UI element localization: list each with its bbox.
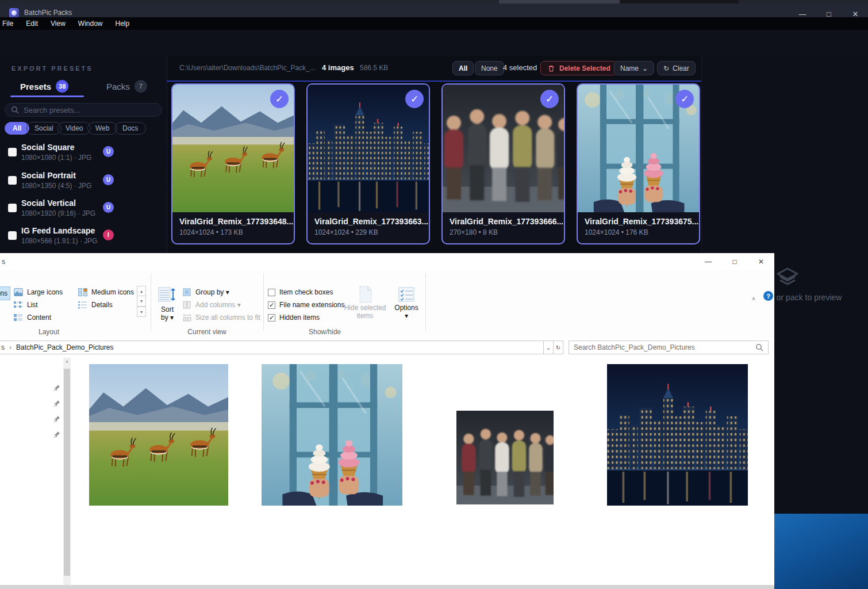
search-icon — [11, 106, 19, 114]
scrollbar-thumb[interactable] — [64, 369, 70, 576]
explorer-help-button[interactable]: ? — [763, 291, 773, 301]
selected-check-icon[interactable]: ✓ — [270, 90, 289, 108]
file-thumbnail-people[interactable] — [456, 411, 554, 504]
filter-docs[interactable]: Docs — [114, 122, 146, 135]
sort-by-button[interactable]: Sort by ▾ — [158, 285, 177, 322]
presets-count-badge: 38 — [56, 80, 68, 93]
hide-selected-items-button[interactable]: Hide selected items — [344, 285, 386, 320]
explorer-close-button[interactable]: ✕ — [748, 253, 774, 270]
filter-video[interactable]: Video — [57, 122, 91, 135]
preset-checkbox[interactable] — [8, 231, 17, 240]
menu-view[interactable]: View — [51, 20, 66, 28]
file-thumbnail-gazelles[interactable] — [89, 364, 228, 506]
options-button[interactable]: Options ▾ — [392, 285, 421, 320]
size-all-columns-button[interactable]: Size all columns to fit — [183, 313, 260, 322]
hidden-items-checkbox[interactable]: ✓ Hidden items — [268, 313, 320, 322]
explorer-minimize-button[interactable]: — — [695, 253, 721, 270]
selected-check-icon[interactable]: ✓ — [405, 90, 424, 108]
sort-by-icon — [158, 285, 176, 304]
active-tab-underline — [10, 95, 84, 97]
preset-row-social-square[interactable]: Social Square 1080×1080 (1:1) · JPG U — [0, 141, 167, 169]
explorer-scrollbar[interactable]: ＾ — [63, 358, 71, 585]
add-columns-icon — [183, 301, 191, 309]
group-label-showhide: Show/hide — [287, 328, 362, 336]
ribbon-collapse-icon[interactable]: ＾ — [750, 295, 757, 305]
view-list[interactable]: List — [14, 301, 38, 309]
menu-file[interactable]: File — [2, 20, 13, 28]
trash-icon — [547, 64, 555, 72]
search-presets-input[interactable]: Search presets... — [5, 103, 162, 117]
selected-check-icon[interactable]: ✓ — [675, 90, 694, 108]
sidebar-header: EXPORT PRESETS — [11, 65, 93, 72]
preview-hint: t or pack to preview — [772, 293, 842, 302]
preset-badge: I — [103, 230, 114, 240]
medium-icons-icon — [78, 288, 87, 296]
pin-icon[interactable] — [53, 400, 61, 408]
desktop-wallpaper — [774, 514, 868, 589]
gallery-scroll-arrows[interactable]: ▴ ▾ ▾ — [137, 286, 146, 317]
scrollbar-up-icon[interactable]: ＾ — [63, 358, 71, 368]
delete-selected-button[interactable]: Delete Selected — [540, 61, 617, 75]
image-card-1[interactable]: ✓ ViralGrid_Remix_177393648... 1024×1024… — [171, 83, 295, 244]
total-size: 586.5 KB — [360, 64, 388, 72]
file-thumbnail-icecream[interactable] — [262, 364, 402, 506]
checkbox-unchecked — [268, 289, 275, 296]
filter-social[interactable]: Social — [26, 122, 62, 135]
layers-icon — [777, 267, 798, 286]
view-details[interactable]: Details — [78, 301, 113, 309]
address-bar[interactable]: s › BatchPic_Pack_Demo_Pictures — [0, 341, 544, 354]
address-dropdown-button[interactable]: ⌄ — [544, 341, 554, 354]
selected-check-icon[interactable]: ✓ — [540, 90, 559, 108]
size-columns-icon — [183, 313, 191, 322]
refresh-icon: ↻ — [663, 64, 669, 72]
menu-window[interactable]: Window — [78, 20, 103, 28]
group-by-button[interactable]: Group by ▾ — [183, 288, 229, 296]
filter-web[interactable]: Web — [87, 122, 117, 135]
item-check-boxes-checkbox[interactable]: Item check boxes — [268, 288, 333, 296]
app-titlebar: BatchPic Packs — □ ✕ — [0, 3, 868, 17]
menu-edit[interactable]: Edit — [26, 20, 38, 28]
layout-gallery-selected-cut[interactable]: ons — [0, 286, 10, 300]
explorer-content: ViralGrid_Remix_1773936480707.jpg ViralG… — [0, 357, 774, 585]
image-card-4[interactable]: ✓ ViralGrid_Remix_177393675... 1024×1024… — [577, 83, 700, 244]
image-card-3[interactable]: ✓ ViralGrid_Remix_177393666... 270×180 •… — [441, 83, 565, 244]
explorer-ribbon: ons Large icons List Content Medium icon… — [0, 270, 774, 339]
explorer-search-input[interactable]: Search BatchPic_Pack_Demo_Pictures — [569, 341, 769, 354]
pin-icon[interactable] — [53, 384, 61, 392]
tab-presets[interactable]: Presets 38 — [20, 80, 68, 93]
select-all-button[interactable]: All — [452, 61, 474, 75]
file-bar: C:\Users\alter\Downloads\BatchPic_Pack_.… — [167, 56, 701, 82]
file-thumbnail-city[interactable] — [607, 364, 748, 506]
explorer-title-fragment: s — [2, 258, 5, 266]
view-content[interactable]: Content — [14, 313, 51, 322]
tab-packs[interactable]: Packs 7 — [106, 80, 147, 93]
menu-help[interactable]: Help — [116, 20, 130, 28]
details-icon — [78, 301, 87, 309]
preset-checkbox[interactable] — [8, 148, 17, 156]
checkbox-checked: ✓ — [268, 301, 275, 309]
options-icon — [397, 285, 416, 304]
pin-icon[interactable] — [53, 415, 61, 423]
source-path: C:\Users\alter\Downloads\BatchPic_Pack_.… — [179, 64, 316, 72]
explorer-maximize-button[interactable]: □ — [721, 253, 748, 270]
preset-checkbox[interactable] — [8, 176, 17, 185]
add-columns-button[interactable]: Add columns ▾ — [183, 301, 241, 309]
view-large-icons[interactable]: Large icons — [14, 288, 63, 296]
sort-dropdown[interactable]: Name ⌄ — [614, 61, 654, 75]
preset-row-social-portrait[interactable]: Social Portrait 1080×1350 (4:5) · JPG U — [0, 169, 167, 197]
view-medium-icons[interactable]: Medium icons — [78, 288, 134, 296]
breadcrumb-folder[interactable]: BatchPic_Pack_Demo_Pictures — [16, 343, 113, 351]
select-none-button[interactable]: None — [475, 61, 504, 75]
refresh-button[interactable]: ↻ — [554, 341, 563, 354]
preset-badge: U — [103, 202, 114, 213]
clear-button[interactable]: ↻ Clear — [657, 61, 696, 75]
image-card-2[interactable]: ✓ ViralGrid_Remix_177393663... 1024×1024… — [306, 83, 430, 244]
preset-row-ig-feed-landscape[interactable]: IG Feed Landscape 1080×566 (1.91:1) · JP… — [0, 224, 167, 252]
preset-checkbox[interactable] — [8, 204, 17, 212]
preset-row-social-vertical[interactable]: Social Vertical 1080×1920 (9:16) · JPG U — [0, 197, 167, 224]
pin-icon[interactable] — [53, 431, 61, 439]
filter-all[interactable]: All — [5, 122, 29, 135]
file-name-extensions-checkbox[interactable]: ✓ File name extensions — [268, 301, 344, 309]
hide-selected-icon — [356, 285, 374, 304]
preset-badge: U — [103, 174, 114, 185]
